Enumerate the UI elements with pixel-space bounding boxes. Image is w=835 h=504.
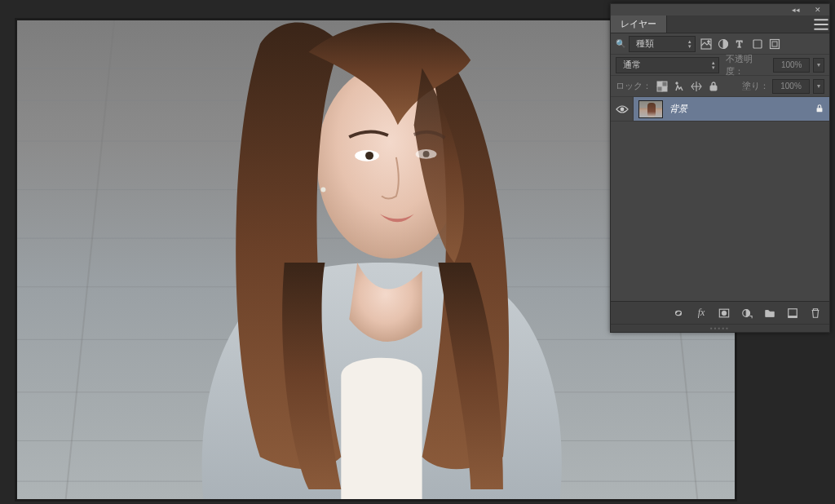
filter-pixel-icon[interactable] (699, 37, 713, 51)
filter-shape-icon[interactable] (750, 37, 764, 51)
filter-smart-icon[interactable] (767, 37, 781, 51)
link-layers-icon[interactable] (671, 306, 686, 321)
blend-mode-label: 通常 (623, 59, 641, 71)
add-mask-icon[interactable] (717, 306, 731, 321)
lock-all-icon[interactable] (706, 79, 720, 93)
panel-tabs: レイヤー (611, 15, 829, 33)
svg-rect-26 (657, 82, 662, 86)
lock-transparent-icon[interactable] (655, 79, 669, 93)
layer-visibility-toggle[interactable] (611, 97, 634, 121)
tab-label: レイヤー (621, 18, 656, 30)
svg-rect-31 (710, 86, 717, 91)
svg-rect-24 (770, 39, 779, 48)
svg-point-20 (707, 40, 709, 42)
panel-footer: fx (611, 301, 829, 324)
layer-thumb[interactable] (638, 100, 663, 118)
svg-rect-33 (817, 108, 823, 112)
blend-mode-dropdown[interactable]: 通常 ▴▾ (616, 57, 719, 73)
new-layer-icon[interactable] (785, 306, 800, 321)
svg-point-30 (675, 82, 677, 83)
collapse-icon[interactable]: ◂◂ (789, 3, 802, 17)
layer-filter-row: 🔍 種類 ▴▾ T (611, 33, 829, 55)
lock-row: ロック： 塗り： 100% ▾ (611, 76, 829, 97)
filter-kind-label: 種類 (636, 38, 654, 50)
svg-text:T: T (736, 38, 743, 50)
fill-flyout[interactable]: ▾ (813, 79, 824, 94)
blend-row: 通常 ▴▾ 不透明度： 100% ▾ (611, 55, 829, 76)
svg-rect-25 (772, 42, 777, 46)
svg-point-32 (620, 107, 624, 111)
lock-image-icon[interactable] (672, 79, 686, 93)
panel-menu-button[interactable] (813, 15, 829, 33)
layer-fx-icon[interactable]: fx (694, 306, 709, 321)
layer-name[interactable]: 背景 (669, 103, 687, 115)
fill-label: 塗り： (742, 80, 769, 92)
svg-point-15 (365, 152, 373, 160)
lock-label: ロック： (616, 80, 652, 92)
new-group-icon[interactable] (762, 306, 777, 321)
lock-position-icon[interactable] (689, 79, 703, 93)
layer-lock-icon[interactable] (815, 104, 824, 115)
svg-rect-27 (662, 86, 667, 91)
layers-panel: ◂◂ ✕ レイヤー 🔍 種類 ▴▾ T 通常 ▴▾ (610, 3, 830, 333)
filter-adjust-icon[interactable] (716, 37, 730, 51)
svg-point-18 (320, 188, 325, 192)
delete-layer-icon[interactable] (808, 306, 823, 321)
tab-layers[interactable]: レイヤー (611, 15, 667, 33)
svg-point-35 (722, 311, 727, 316)
opacity-label: 不透明度： (726, 53, 770, 77)
panel-resize-grip[interactable]: ▪▪▪▪▪ (611, 324, 829, 332)
layers-list: 背景 (611, 97, 829, 301)
search-icon: 🔍 (616, 39, 625, 48)
filter-kind-dropdown[interactable]: 種類 ▴▾ (629, 36, 696, 52)
opacity-flyout[interactable]: ▾ (813, 58, 824, 73)
eye-icon (616, 104, 629, 114)
fill-value[interactable]: 100% (772, 79, 810, 94)
opacity-value[interactable]: 100% (773, 58, 810, 73)
svg-point-17 (423, 151, 430, 157)
svg-rect-29 (657, 86, 662, 91)
svg-rect-28 (662, 82, 667, 86)
layer-row[interactable]: 背景 (611, 97, 829, 122)
close-icon[interactable]: ✕ (811, 3, 824, 17)
panel-minibar: ◂◂ ✕ (611, 4, 829, 15)
new-adjustment-icon[interactable] (740, 306, 754, 321)
svg-rect-23 (753, 40, 762, 48)
filter-text-icon[interactable]: T (733, 37, 747, 51)
